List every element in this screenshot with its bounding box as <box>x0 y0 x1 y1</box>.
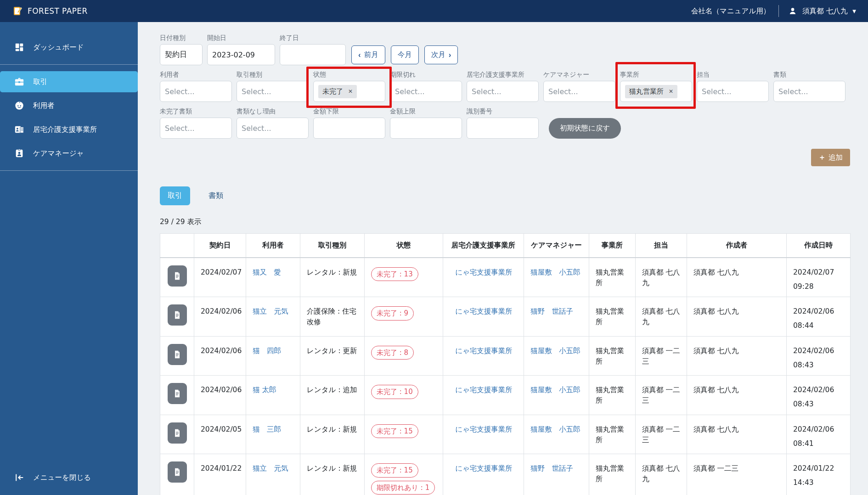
filter-amount-max: 金額上限 <box>390 107 462 139</box>
identifier-input[interactable] <box>467 118 539 139</box>
document-cell <box>160 454 194 495</box>
contract-date-cell: 2024/02/05 <box>194 415 246 454</box>
add-button[interactable]: ＋ 追加 <box>811 149 850 166</box>
end-date-input[interactable] <box>280 44 346 65</box>
home-care-office-link[interactable]: にゃ宅支援事業所 <box>455 425 513 433</box>
filter-identifier: 識別番号 <box>467 107 539 139</box>
this-month-button[interactable]: 今月 <box>391 45 419 64</box>
created-at-cell: 2024/02/0709:28 <box>787 258 851 297</box>
status-cell: 未完了 : 15 <box>365 415 443 454</box>
home-care-office-link[interactable]: にゃ宅支援事業所 <box>455 268 513 276</box>
staff-cell: 須真都 一二三 <box>636 376 687 415</box>
care-manager-cell: 猫屋敷 小五郎 <box>524 258 589 297</box>
branch-select[interactable]: 猫丸営業所✕ <box>620 81 692 102</box>
branch-cell: 猫丸営業所 <box>589 376 636 415</box>
user-menu[interactable]: 須真都 七八九 ▼ <box>787 6 856 17</box>
prev-month-button[interactable]: ‹前月 <box>351 45 385 64</box>
select-placeholder: Select... <box>778 87 808 96</box>
home-care-office-cell: にゃ宅支援事業所 <box>443 376 524 415</box>
tab-documents[interactable]: 書類 <box>202 186 230 205</box>
staff-select[interactable]: Select... <box>697 81 769 102</box>
document-icon[interactable] <box>168 422 187 444</box>
user-link[interactable]: 猫又 愛 <box>253 268 281 276</box>
home-care-office-link[interactable]: にゃ宅支援事業所 <box>455 347 513 355</box>
close-menu-button[interactable]: メニューを閉じる <box>14 472 91 483</box>
select-placeholder: Select... <box>472 87 502 96</box>
column-header: 状態 <box>365 234 443 258</box>
care-manager-cell: 猫野 世話子 <box>524 297 589 337</box>
date-type-select[interactable]: 契約日 <box>160 44 203 65</box>
documents-select[interactable]: Select... <box>773 81 845 102</box>
close-menu-label: メニューを閉じる <box>33 473 91 483</box>
status-badge: 期限切れあり : 1 <box>371 481 435 495</box>
created-at-cell: 2024/02/0608:41 <box>787 415 851 454</box>
status-badge: 未完了 : 10 <box>371 385 418 399</box>
user-select[interactable]: Select... <box>160 81 232 102</box>
care-manager-select[interactable]: Select... <box>543 81 615 102</box>
document-icon[interactable] <box>168 383 187 404</box>
user-link[interactable]: 猫立 元気 <box>253 464 288 472</box>
document-cell <box>160 258 194 297</box>
transaction-type-cell: レンタル : 新規 <box>300 454 365 495</box>
care-manager-link[interactable]: 猫野 世話子 <box>530 464 573 472</box>
document-icon[interactable] <box>168 265 187 287</box>
home-care-office-select[interactable]: Select... <box>467 81 539 102</box>
document-icon[interactable] <box>168 344 187 365</box>
amount-min-input[interactable] <box>313 118 385 139</box>
created-date: 2024/01/22 <box>793 463 845 474</box>
user-link[interactable]: 猫 三郎 <box>253 425 281 433</box>
care-manager-link[interactable]: 猫屋敷 小五郎 <box>530 347 581 355</box>
sidebar-item-transactions[interactable]: 取引 <box>0 71 138 92</box>
expired-select[interactable]: Select... <box>390 81 462 102</box>
creator-cell: 須真都 七八九 <box>687 258 787 297</box>
branch-cell: 猫丸営業所 <box>589 297 636 337</box>
care-manager-link[interactable]: 猫野 世話子 <box>530 307 573 315</box>
sidebar-item-label: 居宅介護支援事業所 <box>33 125 97 135</box>
document-icon[interactable] <box>168 304 187 326</box>
start-date-input[interactable]: 2023-02-09 <box>207 44 275 65</box>
created-at-cell: 2024/02/0608:43 <box>787 376 851 415</box>
home-care-office-link[interactable]: にゃ宅支援事業所 <box>455 464 513 472</box>
document-icon[interactable] <box>168 461 187 483</box>
filter-label: 金額下限 <box>313 107 385 116</box>
incomplete-docs-select[interactable]: Select... <box>160 118 232 139</box>
user-link[interactable]: 猫 太郎 <box>253 386 276 394</box>
remove-tag-icon[interactable]: ✕ <box>669 88 673 95</box>
office-card-icon <box>14 124 25 135</box>
status-select[interactable]: 未完了✕ <box>313 81 385 102</box>
care-manager-link[interactable]: 猫屋敷 小五郎 <box>530 268 581 276</box>
reset-filters-button[interactable]: 初期状態に戻す <box>549 118 621 139</box>
plus-icon: ＋ <box>818 153 826 163</box>
selected-tag: 未完了✕ <box>318 85 357 98</box>
filter-row-extra: 未完了書類Select...書類なし理由Select...金額下限金額上限識別番… <box>160 107 850 139</box>
next-month-button[interactable]: 次月› <box>424 45 458 64</box>
filter-incomplete-docs: 未完了書類Select... <box>160 107 232 139</box>
transaction-type-select[interactable]: Select... <box>237 81 309 102</box>
selected-tag: 猫丸営業所✕ <box>625 85 677 98</box>
care-manager-link[interactable]: 猫屋敷 小五郎 <box>530 425 581 433</box>
home-care-office-link[interactable]: にゃ宅支援事業所 <box>455 307 513 315</box>
user-link[interactable]: 猫立 元気 <box>253 307 288 315</box>
filter-label: 未完了書類 <box>160 107 232 116</box>
sidebar-item-dashboard[interactable]: ダッシュボード <box>0 37 138 58</box>
user-link[interactable]: 猫 四郎 <box>253 347 281 355</box>
filter-end-date: 終了日 <box>280 34 346 65</box>
tab-transactions[interactable]: 取引 <box>160 186 190 205</box>
status-badge-wrap: 未完了 : 15 <box>371 424 437 439</box>
sidebar-item-users[interactable]: 利用者 <box>0 95 138 116</box>
remove-tag-icon[interactable]: ✕ <box>348 88 353 95</box>
home-care-office-link[interactable]: にゃ宅支援事業所 <box>455 386 513 394</box>
sidebar-item-home-care-offices[interactable]: 居宅介護支援事業所 <box>0 119 138 140</box>
select-placeholder: Select... <box>165 124 195 133</box>
status-badge-wrap: 期限切れあり : 1 <box>371 481 437 495</box>
no-doc-reason-select[interactable]: Select... <box>237 118 309 139</box>
transaction-type-cell: レンタル : 追加 <box>300 376 365 415</box>
filter-staff: 担当Select... <box>697 71 769 102</box>
care-manager-link[interactable]: 猫屋敷 小五郎 <box>530 386 581 394</box>
amount-max-input[interactable] <box>390 118 462 139</box>
month-button-label: 次月 <box>431 50 445 60</box>
contract-date-cell: 2024/02/06 <box>194 336 246 376</box>
care-manager-cell: 猫屋敷 小五郎 <box>524 336 589 376</box>
sidebar-item-care-managers[interactable]: ケアマネージャ <box>0 143 138 164</box>
select-placeholder: Select... <box>242 124 271 133</box>
